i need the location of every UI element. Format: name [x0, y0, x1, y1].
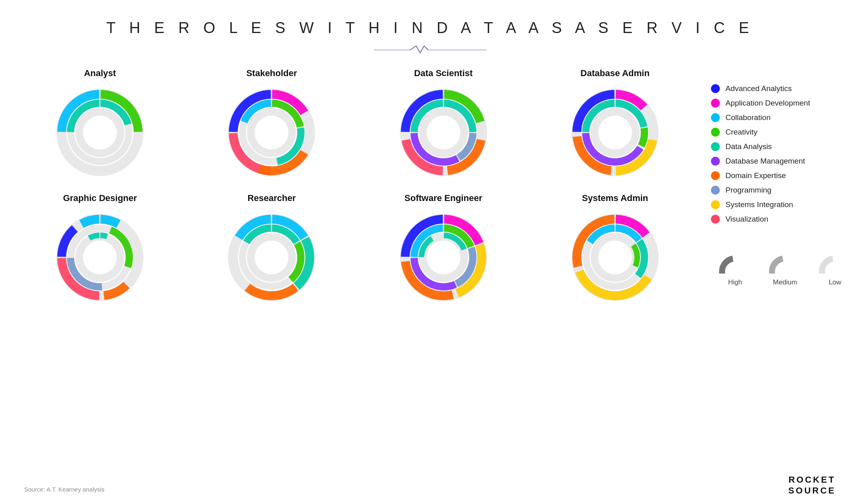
svg-point-11 [427, 116, 460, 149]
legend-dot-collaboration [711, 113, 720, 122]
intensity-label-low: Low [829, 278, 841, 286]
legend-item-advanced-analytics: Advanced Analytics [711, 84, 844, 93]
legend-label-programming: Programming [725, 186, 771, 195]
legend-label-database-management: Database Management [725, 157, 805, 166]
intensity-shape-low [815, 245, 855, 275]
divider [0, 44, 860, 56]
donut-database-admin [567, 84, 663, 181]
legend-label-creativity: Creativity [725, 128, 757, 137]
legend-area: Advanced AnalyticsApplication Developmen… [699, 68, 844, 306]
legend-dot-advanced-analytics [711, 84, 720, 93]
intensity-item-medium: Medium [765, 245, 805, 286]
charts-area: AnalystStakeholderData ScientistDatabase… [16, 68, 699, 306]
donut-software-engineer [395, 209, 492, 306]
legend-item-data-analysis: Data Analysis [711, 142, 844, 151]
legend-item-collaboration: Collaboration [711, 113, 844, 122]
chart-title-data-scientist: Data Scientist [414, 68, 473, 79]
chart-title-analyst: Analyst [84, 68, 116, 79]
intensity-shape-high [715, 245, 755, 275]
legend-item-programming: Programming [711, 186, 844, 195]
chart-title-graphic-designer: Graphic Designer [63, 193, 137, 203]
intensity-label-medium: Medium [773, 278, 797, 286]
intensity-section: High Medium Low [711, 245, 844, 286]
legend-item-systems-integration: Systems Integration [711, 200, 844, 209]
legend-dot-programming [711, 186, 720, 195]
chart-cell-data-scientist: Data Scientist [360, 68, 527, 181]
source-text: Source: A.T. Kearney analysis [24, 486, 104, 493]
chart-cell-systems-admin: Systems Admin [531, 193, 699, 306]
chart-cell-stakeholder: Stakeholder [188, 68, 355, 181]
chart-cell-software-engineer: Software Engineer [360, 193, 527, 306]
donut-researcher [223, 209, 320, 306]
legend-item-database-management: Database Management [711, 157, 844, 166]
donut-systems-admin [567, 209, 663, 306]
chart-title-stakeholder: Stakeholder [246, 68, 297, 79]
legend-dot-visualization [711, 215, 720, 224]
legend-label-collaboration: Collaboration [725, 113, 771, 122]
legend-label-advanced-analytics: Advanced Analytics [725, 84, 792, 93]
intensity-shape-medium [765, 245, 805, 275]
svg-point-31 [598, 241, 632, 274]
legend-dot-creativity [711, 128, 720, 137]
legend-dot-data-analysis [711, 142, 720, 151]
svg-point-15 [598, 116, 632, 149]
main-content: AnalystStakeholderData ScientistDatabase… [0, 68, 860, 306]
svg-point-3 [83, 116, 117, 149]
legend-dot-database-management [711, 157, 720, 166]
legend-item-creativity: Creativity [711, 128, 844, 137]
legend-dot-domain-expertise [711, 171, 720, 180]
legend-dot-application-development [711, 99, 720, 108]
svg-point-23 [255, 241, 288, 274]
chart-cell-database-admin: Database Admin [531, 68, 699, 181]
svg-point-19 [83, 241, 117, 274]
intensity-item-low: Low [815, 245, 855, 286]
svg-point-7 [255, 116, 288, 149]
chart-title-researcher: Researcher [247, 193, 296, 203]
legend-item-domain-expertise: Domain Expertise [711, 171, 844, 180]
legend-item-application-development: Application Development [711, 99, 844, 108]
chart-title-software-engineer: Software Engineer [404, 193, 482, 203]
legend-label-data-analysis: Data Analysis [725, 142, 772, 151]
donut-analyst [52, 84, 148, 181]
legend-label-domain-expertise: Domain Expertise [725, 171, 786, 180]
chart-cell-researcher: Researcher [188, 193, 355, 306]
intensity-label-high: High [728, 278, 742, 286]
legend-item-visualization: Visualization [711, 215, 844, 224]
donut-stakeholder [223, 84, 320, 181]
intensity-item-high: High [715, 245, 755, 286]
chart-cell-graphic-designer: Graphic Designer [16, 193, 184, 306]
chart-title-systems-admin: Systems Admin [582, 193, 648, 203]
chart-cell-analyst: Analyst [16, 68, 184, 181]
legend-label-visualization: Visualization [725, 215, 768, 224]
donut-graphic-designer [52, 209, 148, 306]
page-title: T H E R O L E S W I T H I N D A T A A S … [0, 0, 860, 37]
legend-label-application-development: Application Development [725, 99, 810, 108]
chart-title-database-admin: Database Admin [580, 68, 650, 79]
svg-point-27 [427, 241, 460, 274]
brand-logo: ROCKET SOURCE [788, 475, 836, 496]
legend-label-systems-integration: Systems Integration [725, 200, 793, 209]
donut-data-scientist [395, 84, 492, 181]
legend-dot-systems-integration [711, 200, 720, 209]
